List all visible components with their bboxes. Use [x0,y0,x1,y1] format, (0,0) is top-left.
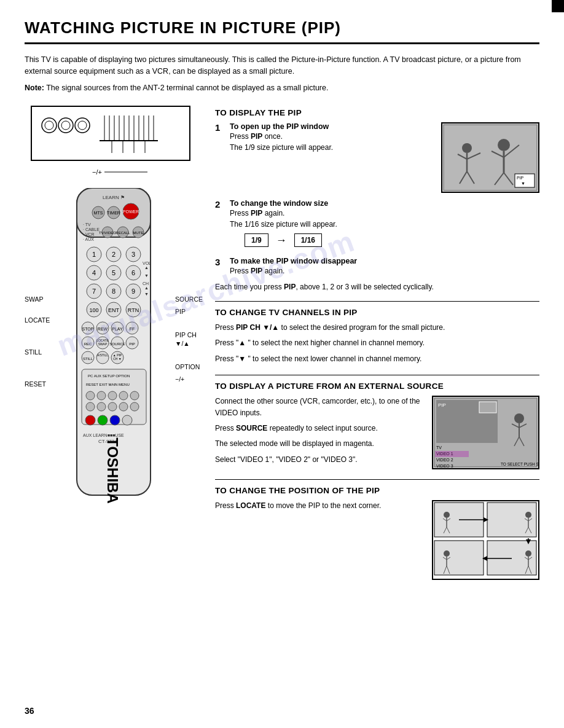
minus-plus-label: −/+ [92,168,102,176]
svg-point-108 [97,402,106,411]
step-2-title: To change the window size [230,199,539,208]
pip-size-diagram: 1/9 → 1/16 [245,233,539,247]
step-2-content: To change the window size Press PIP agai… [230,199,539,251]
step-3: 3 To make the PIP window disappear Press… [215,257,539,276]
each-time-text: Each time you press PIP, above 1, 2 or 3… [215,283,539,291]
change-channels-line1: Press PIP CH ▼/▲ to select the desired p… [215,322,539,334]
svg-text:ENT: ENT [108,307,120,313]
step-2: 2 To change the window size Press PIP ag… [215,199,539,251]
still-label: STILL [25,348,50,356]
svg-text:STOP: STOP [82,327,94,331]
right-column: TO DISPLAY THE PIP [215,106,539,580]
svg-text:· CABLE: · CABLE [83,227,100,232]
step-3-title: To make the PIP window disappear [230,257,539,265]
svg-text:AUX  LEARN■■■USE: AUX LEARN■■■USE [83,433,124,437]
svg-text:VOL: VOL [143,261,151,265]
svg-point-109 [108,402,117,411]
pip-size-2: 1/16 [294,233,322,247]
section-display-pip: TO DISPLAY THE PIP [215,108,539,291]
section-change-channels-title: TO CHANGE TV CHANNELS IN PIP [215,308,539,317]
svg-text:5: 5 [112,269,116,276]
svg-text:1: 1 [92,251,96,258]
locate-label: LOCATE [25,316,50,324]
svg-point-106 [130,391,139,400]
svg-text:SWAP: SWAP [98,342,108,346]
svg-text:▲: ▲ [144,286,149,290]
svg-point-1 [45,121,53,130]
svg-point-4 [75,118,90,133]
external-source-svg: PIP TV VIDEO 1 VIDEO 2 VIDEO 3 TO SELECT… [433,397,538,468]
step-3-number: 3 [215,257,225,267]
svg-text:PLAY: PLAY [112,327,123,331]
diagram-area: RESET MENU ADV −/+ [31,106,203,176]
svg-text:POWER: POWER [123,209,139,214]
svg-rect-157 [487,541,536,575]
step-1: 1 To open up the PIP window Press PIP on… [215,122,435,153]
svg-text:VIDEO 3: VIDEO 3 [436,464,453,468]
pip-ch-arrows: ▼/▲ [175,340,203,347]
svg-text:REW: REW [98,327,108,331]
section-external-source: TO DISPLAY A PICTURE FROM AN EXTERNAL SO… [215,382,539,469]
note-label: Note: [25,84,44,92]
note-paragraph: Note: The signal sources from the ANT-2 … [25,82,539,94]
step-2-number: 2 [215,199,225,209]
svg-text:2: 2 [112,251,116,258]
svg-text:TV: TV [436,445,442,450]
svg-point-113 [98,415,108,425]
svg-text:RECALL: RECALL [116,231,130,235]
svg-text:TIMER: TIMER [107,211,120,215]
svg-point-121 [498,139,510,151]
svg-text:6: 6 [131,269,135,276]
svg-text:LEARN ⚑: LEARN ⚑ [103,195,125,200]
step-2-line1: Press PIP again. [230,208,539,219]
svg-text:7: 7 [92,288,96,295]
svg-text:PIP: PIP [129,342,135,346]
step-3-content: To make the PIP window disappear Press P… [230,257,539,276]
baseball-image: PIP ▼ [441,122,539,193]
svg-point-114 [110,415,120,425]
intro-paragraph: This TV is capable of displaying two pic… [25,54,539,77]
svg-text:TO SELECT PUSH SOURCE: TO SELECT PUSH SOURCE [501,462,538,466]
source-label: SOURCE [175,296,203,303]
left-column: RESET MENU ADV −/+ [25,106,203,580]
page: WATCHING PICTURE IN PICTURE (PIP) This T… [0,0,564,728]
section-position-title: TO CHANGE THE POSITION OF THE PIP [215,486,539,495]
svg-text:CH ▼: CH ▼ [113,357,122,361]
svg-point-158 [444,512,450,518]
svg-point-112 [85,415,95,425]
change-channels-line3: Press "▼ " to select the next lower chan… [215,353,539,365]
section-external-title: TO DISPLAY A PICTURE FROM AN EXTERNAL SO… [215,382,539,391]
svg-text:· AUX: · AUX [83,237,94,241]
option-label: OPTION [175,363,203,370]
svg-text:RESET  EXIT  MAIN  MENU: RESET EXIT MAIN MENU [86,383,130,386]
svg-point-166 [525,512,531,518]
connection-diagram [31,106,190,161]
connection-diagram-svg [32,107,189,160]
svg-point-102 [86,391,95,400]
svg-text:MUTE: MUTE [133,231,144,235]
step-1-number: 1 [215,122,225,133]
page-title: WATCHING PICTURE IN PICTURE (PIP) [25,18,539,44]
divider-2 [215,375,539,375]
remote-left-labels: SWAP LOCATE STILL RESET [25,296,50,388]
svg-text:FF: FF [130,327,135,331]
svg-text:4: 4 [92,269,96,276]
svg-point-0 [42,118,57,133]
pip-size-1: 1/9 [245,233,268,247]
svg-text:PIP: PIP [517,176,524,180]
svg-text:RTN: RTN [128,307,139,313]
svg-rect-145 [435,451,469,457]
svg-text:· VCR: · VCR [83,232,95,237]
step-1-title: To open up the PIP window [230,122,435,131]
step-2-line2: The 1/16 size picture will appear. [230,219,539,230]
svg-rect-155 [487,503,536,537]
svg-point-3 [61,121,70,130]
svg-point-111 [130,402,139,411]
page-number: 36 [25,706,34,716]
step-1-line1: Press PIP once. [230,131,435,142]
svg-text:TOSHIBA: TOSHIBA [104,437,121,504]
svg-text:· TV: · TV [83,222,91,227]
arrow-right-icon: → [276,234,287,247]
remote-svg-wrapper: LEARN ⚑ MTS TIMER POWER · TV · CABLE · V… [65,188,163,534]
svg-point-104 [108,391,117,400]
